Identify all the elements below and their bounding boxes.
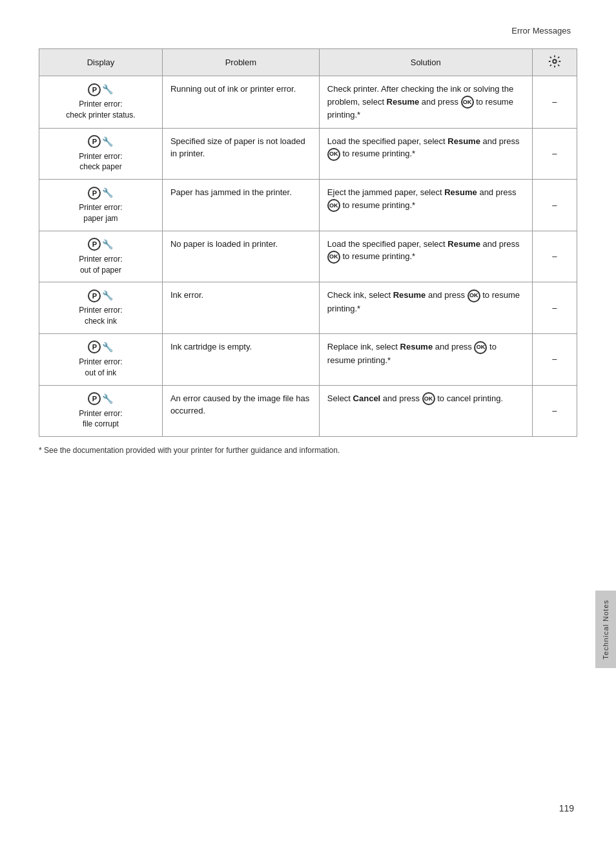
problem-cell: Ink cartridge is empty. bbox=[162, 333, 319, 385]
display-cell: P🔧Printer error:check printer status. bbox=[39, 76, 163, 129]
solution-text: Check ink, select bbox=[327, 290, 393, 300]
display-icons: P🔧 bbox=[47, 186, 154, 200]
page-number: 119 bbox=[559, 803, 574, 813]
bold-term: Resume bbox=[387, 97, 420, 107]
display-label: Printer error:check ink bbox=[47, 305, 154, 327]
solution-text: and press bbox=[380, 393, 422, 403]
ok-button-icon: OK bbox=[327, 148, 340, 161]
solution-text: and press bbox=[426, 290, 467, 300]
solution-text: to resume printing.* bbox=[340, 251, 415, 261]
ok-button-icon: OK bbox=[474, 341, 487, 354]
solution-text: and press bbox=[433, 342, 474, 351]
solution-text: and press bbox=[477, 187, 517, 197]
display-label: Printer error:out of ink bbox=[47, 357, 154, 379]
solution-cell: Eject the jammed paper, select Resume an… bbox=[319, 180, 532, 231]
solution-cell: Check ink, select Resume and press OK to… bbox=[319, 282, 532, 334]
wrench-icon: 🔧 bbox=[102, 341, 113, 354]
solution-text: Select bbox=[327, 393, 353, 403]
svg-point-0 bbox=[553, 59, 557, 63]
page-header: Error Messages bbox=[39, 26, 577, 36]
footnote: * See the documentation provided with yo… bbox=[39, 446, 577, 455]
bold-term: Resume bbox=[447, 136, 480, 146]
bold-term: Resume bbox=[393, 290, 426, 300]
header-title: Error Messages bbox=[511, 26, 571, 36]
solution-cell: Load the specified paper, select Resume … bbox=[319, 128, 532, 180]
side-tab: Technical Notes bbox=[595, 591, 616, 668]
printer-p-icon: P bbox=[88, 187, 101, 200]
bold-term: Resume bbox=[447, 239, 480, 249]
printer-p-icon: P bbox=[88, 83, 101, 96]
ok-button-icon: OK bbox=[467, 289, 480, 302]
wrench-icon: 🔧 bbox=[102, 186, 113, 200]
display-cell: P🔧Printer error:file corrupt bbox=[39, 385, 163, 437]
solution-cell: Check printer. After checking the ink or… bbox=[319, 76, 532, 129]
display-icons: P🔧 bbox=[47, 135, 154, 149]
bold-term: Resume bbox=[400, 342, 433, 351]
bold-term: Resume bbox=[444, 187, 477, 197]
solution-text: Replace ink, select bbox=[327, 342, 400, 351]
col-header-solution: Solution bbox=[319, 49, 532, 76]
solution-text: and press bbox=[419, 97, 460, 107]
wrench-icon: 🔧 bbox=[102, 83, 113, 96]
problem-cell: Running out of ink or printer error. bbox=[162, 76, 319, 129]
table-row: P🔧Printer error:paper jamPaper has jamme… bbox=[39, 180, 577, 231]
table-row: P🔧Printer error:file corruptAn error cau… bbox=[39, 385, 577, 437]
table-row: P🔧Printer error:check paperSpecified siz… bbox=[39, 128, 577, 180]
ok-button-icon: OK bbox=[327, 199, 340, 212]
solution-text: and press bbox=[480, 136, 520, 146]
table-row: P🔧Printer error:out of paperNo paper is … bbox=[39, 231, 577, 282]
solution-cell: Select Cancel and press OK to cancel pri… bbox=[319, 385, 532, 437]
wrench-icon: 🔧 bbox=[102, 135, 113, 149]
solution-text: Load the specified paper, select bbox=[327, 136, 447, 146]
page: Error Messages Display Problem Solution … bbox=[0, 0, 616, 849]
problem-cell: Specified size of paper is not loaded in… bbox=[162, 128, 319, 180]
display-icons: P🔧 bbox=[47, 392, 154, 406]
problem-cell: An error caused by the image file has oc… bbox=[162, 385, 319, 437]
problem-cell: Ink error. bbox=[162, 282, 319, 334]
bold-term: Cancel bbox=[353, 393, 381, 403]
display-label: Printer error:out of paper bbox=[47, 254, 154, 276]
solution-text: and press bbox=[480, 239, 520, 249]
printer-p-icon: P bbox=[88, 135, 101, 148]
action-icon-cell: – bbox=[532, 385, 577, 437]
printer-p-icon: P bbox=[88, 289, 101, 302]
wrench-icon: 🔧 bbox=[102, 289, 113, 302]
col-header-problem: Problem bbox=[162, 49, 319, 76]
solution-text: to resume printing.* bbox=[340, 200, 415, 210]
side-tab-label: Technical Notes bbox=[602, 600, 610, 660]
settings-icon bbox=[548, 54, 562, 68]
problem-cell: Paper has jammed in the printer. bbox=[162, 180, 319, 231]
display-icons: P🔧 bbox=[47, 83, 154, 96]
solution-text: to resume printing.* bbox=[340, 149, 415, 158]
display-icons: P🔧 bbox=[47, 238, 154, 251]
solution-text: Load the specified paper, select bbox=[327, 239, 447, 249]
display-icons: P🔧 bbox=[47, 289, 154, 302]
action-icon-cell: – bbox=[532, 282, 577, 334]
printer-p-icon: P bbox=[88, 341, 101, 353]
printer-p-icon: P bbox=[88, 392, 101, 405]
display-label: Printer error:check paper bbox=[47, 151, 154, 173]
display-cell: P🔧Printer error:paper jam bbox=[39, 180, 163, 231]
display-cell: P🔧Printer error:out of ink bbox=[39, 333, 163, 385]
display-cell: P🔧Printer error:check ink bbox=[39, 282, 163, 334]
solution-cell: Load the specified paper, select Resume … bbox=[319, 231, 532, 282]
col-header-icon bbox=[532, 49, 577, 76]
ok-button-icon: OK bbox=[422, 392, 435, 405]
wrench-icon: 🔧 bbox=[102, 238, 113, 251]
action-icon-cell: – bbox=[532, 180, 577, 231]
display-cell: P🔧Printer error:check paper bbox=[39, 128, 163, 180]
table-row: P🔧Printer error:check inkInk error.Check… bbox=[39, 282, 577, 334]
action-icon-cell: – bbox=[532, 231, 577, 282]
display-label: Printer error:check printer status. bbox=[47, 99, 154, 121]
ok-button-icon: OK bbox=[327, 251, 340, 264]
ok-button-icon: OK bbox=[461, 96, 474, 109]
problem-cell: No paper is loaded in printer. bbox=[162, 231, 319, 282]
table-header-row: Display Problem Solution bbox=[39, 49, 577, 76]
display-label: Printer error:file corrupt bbox=[47, 408, 154, 430]
display-icons: P🔧 bbox=[47, 341, 154, 354]
table-row: P🔧Printer error:check printer status.Run… bbox=[39, 76, 577, 129]
solution-text: to cancel printing. bbox=[435, 393, 504, 403]
solution-cell: Replace ink, select Resume and press OK … bbox=[319, 333, 532, 385]
col-header-display: Display bbox=[39, 49, 163, 76]
action-icon-cell: – bbox=[532, 333, 577, 385]
